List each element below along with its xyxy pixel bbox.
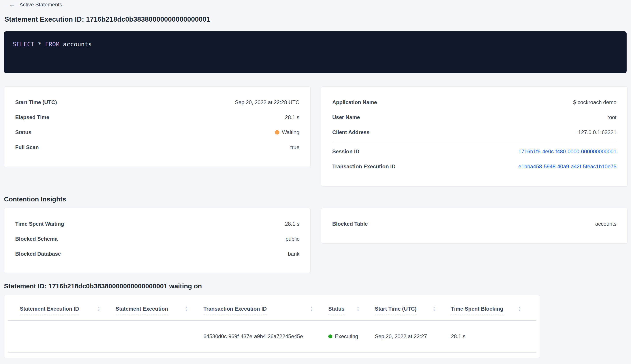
user-name-value: root <box>608 114 616 120</box>
cell-transaction-execution-id: 64530d0c-969f-437e-a9b4-26a72245e45e <box>204 333 328 340</box>
column-header-time-spent-blocking[interactable]: Time Spent Blocking ▲▼ <box>451 306 536 315</box>
row-user-name: User Name root <box>332 110 616 125</box>
row-label: Elapsed Time <box>15 114 49 120</box>
sort-icon[interactable]: ▲▼ <box>185 306 188 312</box>
application-name-value: $ cockroach demo <box>573 99 616 106</box>
column-header-statement-execution[interactable]: Statement Execution ▲▼ <box>116 306 204 315</box>
blocked-schema-value: public <box>286 236 300 242</box>
row-label: Blocked Table <box>332 221 368 227</box>
back-arrow-icon: ← <box>9 1 16 8</box>
column-header-status[interactable]: Status ▲▼ <box>328 306 375 315</box>
cell-start-time: Sep 20, 2022 at 22:27 <box>375 333 451 340</box>
row-session-id: Session ID 1716b1f6-4e0c-f480-0000-00000… <box>332 144 616 159</box>
session-id-link[interactable]: 1716b1f6-4e0c-f480-0000-000000000001 <box>518 148 616 155</box>
breadcrumb-back-active-statements[interactable]: ← Active Statements <box>9 1 62 8</box>
row-blocked-database: Blocked Database bank <box>15 246 300 262</box>
status-text: Executing <box>335 333 358 340</box>
status-badge: Waiting <box>275 129 300 136</box>
sort-icon[interactable]: ▲▼ <box>356 306 360 312</box>
row-label: Blocked Schema <box>15 236 58 242</box>
client-address-value: 127.0.0.1:63321 <box>578 129 617 136</box>
column-header-transaction-execution-id[interactable]: Transaction Execution ID ▲▼ <box>204 306 328 315</box>
row-label: Application Name <box>332 99 377 106</box>
start-time-value: Sep 20, 2022 at 22:28 UTC <box>235 99 300 106</box>
session-card: Application Name $ cockroach demo User N… <box>321 86 628 187</box>
status-executing-dot-icon <box>328 334 332 338</box>
status-waiting-dot-icon <box>275 130 279 134</box>
table-row: 64530d0c-969f-437e-a9b4-26a72245e45e Exe… <box>8 321 536 352</box>
sort-icon[interactable]: ▲▼ <box>310 306 313 312</box>
row-full-scan: Full Scan true <box>15 140 300 155</box>
breadcrumb-label: Active Statements <box>20 2 62 8</box>
row-label: Time Spent Waiting <box>15 221 64 227</box>
sort-icon[interactable]: ▲▼ <box>433 306 436 312</box>
row-label: Status <box>15 129 31 136</box>
row-label: User Name <box>332 114 360 120</box>
status-value: Waiting <box>282 129 300 136</box>
overview-card: Start Time (UTC) Sep 20, 2022 at 22:28 U… <box>4 86 311 167</box>
transaction-execution-id-link[interactable]: e1bba458-5948-40a9-a42f-5feac1b10e75 <box>518 164 616 170</box>
cell-time-spent-blocking: 28.1 s <box>451 333 536 340</box>
table-header-row: Statement Execution ID ▲▼ Statement Exec… <box>8 295 536 321</box>
row-status: Status Waiting <box>15 125 300 140</box>
blocked-table-value: accounts <box>595 221 616 227</box>
sort-icon[interactable]: ▲▼ <box>97 306 100 312</box>
page-title: Statement Execution ID: 1716b218dc0b3838… <box>4 16 210 24</box>
blocked-table-card: Blocked Table accounts <box>321 208 628 244</box>
sort-icon[interactable]: ▲▼ <box>518 306 521 312</box>
blocked-database-value: bank <box>288 251 300 257</box>
waiting-on-heading: Statement ID: 1716b218dc0b38380000000000… <box>4 282 202 290</box>
sql-text: accounts <box>59 41 92 48</box>
column-header-statement-execution-id[interactable]: Statement Execution ID ▲▼ <box>20 306 116 315</box>
row-application-name: Application Name $ cockroach demo <box>332 95 616 110</box>
row-elapsed-time: Elapsed Time 28.1 s <box>15 110 300 125</box>
row-transaction-execution-id: Transaction Execution ID e1bba458-5948-4… <box>332 159 616 174</box>
full-scan-value: true <box>290 144 300 150</box>
row-label: Blocked Database <box>15 251 61 257</box>
elapsed-time-value: 28.1 s <box>285 114 300 120</box>
column-header-start-time[interactable]: Start Time (UTC) ▲▼ <box>375 306 451 315</box>
time-spent-waiting-value: 28.1 s <box>285 221 300 227</box>
sql-statement-text: SELECT * FROM accounts <box>13 40 618 48</box>
row-label: Session ID <box>332 148 360 155</box>
cell-status: Executing <box>328 333 375 340</box>
waiting-on-table: Statement Execution ID ▲▼ Statement Exec… <box>8 295 536 352</box>
row-time-spent-waiting: Time Spent Waiting 28.1 s <box>15 216 300 232</box>
waiting-on-table-card: Statement Execution ID ▲▼ Statement Exec… <box>4 295 540 358</box>
sql-text: * <box>34 41 45 48</box>
contention-card: Time Spent Waiting 28.1 s Blocked Schema… <box>4 208 311 273</box>
row-blocked-table: Blocked Table accounts <box>332 216 616 232</box>
row-blocked-schema: Blocked Schema public <box>15 232 300 246</box>
sql-keyword: FROM <box>45 41 59 48</box>
sql-keyword: SELECT <box>13 41 34 48</box>
sql-statement-box: SELECT * FROM accounts <box>4 31 626 73</box>
row-label: Full Scan <box>15 144 39 150</box>
row-start-time: Start Time (UTC) Sep 20, 2022 at 22:28 U… <box>15 95 300 110</box>
row-client-address: Client Address 127.0.0.1:63321 <box>332 125 616 140</box>
row-label: Transaction Execution ID <box>332 164 396 170</box>
contention-insights-heading: Contention Insights <box>4 196 66 203</box>
row-label: Start Time (UTC) <box>15 99 57 106</box>
row-label: Client Address <box>332 129 369 136</box>
